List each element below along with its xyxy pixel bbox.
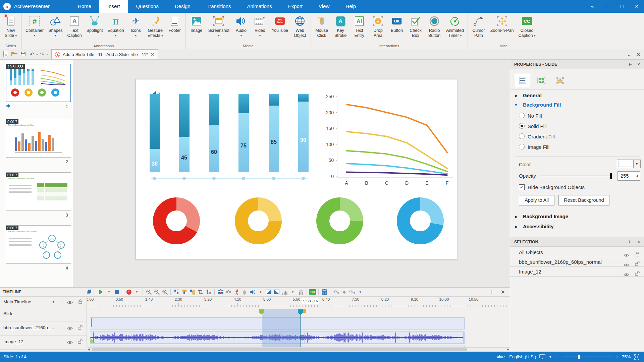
- timeline-close-icon[interactable]: ✕: [501, 289, 505, 295]
- image-button[interactable]: Image: [187, 13, 206, 43]
- timeline-record-icon[interactable]: !: [125, 289, 132, 295]
- scroll-right-icon[interactable]: ▶: [507, 348, 509, 351]
- zoom-slider-handle[interactable]: [578, 355, 580, 359]
- video-button[interactable]: Video▾: [251, 13, 269, 43]
- drop-area-button[interactable]: DropArea: [369, 13, 387, 43]
- tab-size-properties[interactable]: [534, 74, 549, 87]
- menu-help[interactable]: Help: [337, 0, 364, 13]
- timeline-caret-icon[interactable]: ▾: [257, 289, 264, 295]
- track-lock-icon[interactable]: [78, 325, 83, 331]
- text-entry-button[interactable]: AITextEntry: [350, 13, 369, 43]
- track-lock-icon[interactable]: [78, 339, 83, 345]
- youtube-button[interactable]: YouTubeYouTube: [269, 13, 290, 43]
- radio-no-fill[interactable]: [519, 113, 525, 118]
- new-slide-button[interactable]: ✺NewSlide ▾: [1, 13, 20, 43]
- equation-button[interactable]: πEquation▾: [105, 13, 126, 43]
- opacity-down-icon[interactable]: ▼: [636, 171, 639, 180]
- save-icon[interactable]: [19, 51, 28, 58]
- menu-insert[interactable]: Insert: [99, 0, 128, 13]
- maximize-button[interactable]: □: [614, 0, 629, 13]
- slide-editing-area[interactable]: 30 45 60 75 85 90 250200150100500ABCDEF: [136, 79, 457, 260]
- zoom-slider[interactable]: [562, 355, 612, 359]
- lock-icon[interactable]: [635, 250, 640, 257]
- visibility-eye-icon[interactable]: [624, 250, 629, 257]
- radio-solid-fill[interactable]: [519, 123, 525, 129]
- general-expand-icon[interactable]: ▶: [515, 94, 520, 98]
- undo-icon[interactable]: ↶: [28, 51, 36, 57]
- timeline-fade-out-icon[interactable]: [273, 289, 280, 295]
- timeline-selector[interactable]: Main Timeline: [3, 299, 31, 304]
- menu-animations[interactable]: Animations: [239, 0, 280, 13]
- slide-thumbnail-4[interactable]: 0:00.7Title and Content Layout with Smar…: [6, 225, 71, 264]
- lock-icon[interactable]: [635, 259, 640, 267]
- timeline-caret-icon[interactable]: ▾: [357, 289, 364, 295]
- section-background-image[interactable]: Background Image: [523, 214, 568, 219]
- timeline-caret-icon[interactable]: ▾: [133, 289, 141, 295]
- opacity-slider-handle[interactable]: [610, 173, 612, 179]
- selection-row[interactable]: Image_12: [510, 267, 644, 277]
- scrollbar-thumb[interactable]: [92, 348, 467, 351]
- timeline-eye-icon[interactable]: [67, 300, 73, 306]
- spotlight-button[interactable]: Spotlight: [84, 13, 105, 43]
- section-background-fill[interactable]: Background Fill: [523, 102, 561, 108]
- selection-row[interactable]: bbb_sunflower_2160p_60fps_normal: [510, 257, 644, 267]
- red-donut[interactable]: [153, 197, 200, 244]
- cursor-path-button[interactable]: CursorPath: [469, 13, 488, 43]
- timeline-normalize-icon[interactable]: [297, 289, 305, 295]
- fade-in-handle[interactable]: [90, 338, 96, 343]
- pin-icon[interactable]: ⊢: [628, 62, 633, 67]
- timeline-stop-icon[interactable]: [113, 289, 121, 295]
- bar-column[interactable]: [298, 94, 309, 172]
- timeline-del-time-icon[interactable]: [189, 289, 196, 295]
- timeline-horizontal-scrollbar[interactable]: ◀ ▶: [87, 347, 510, 352]
- menu-export[interactable]: Export: [280, 0, 311, 13]
- scroll-left-icon[interactable]: ◀: [88, 348, 90, 351]
- timeline-crop-time-icon[interactable]: [197, 289, 204, 295]
- opacity-input[interactable]: 255 ▲ ▼: [618, 171, 640, 181]
- tab-interactivity-properties[interactable]: [552, 74, 568, 87]
- hide-background-objects-checkbox[interactable]: ✓: [519, 184, 525, 190]
- minimize-button[interactable]: —: [600, 0, 614, 13]
- timeline-zoom-in-icon[interactable]: [161, 289, 168, 295]
- timeline-caret-icon[interactable]: ▾: [105, 289, 113, 295]
- timeline-ins-time2-icon[interactable]: [181, 289, 188, 295]
- collapse-ribbon-icon[interactable]: «: [585, 0, 600, 13]
- color-swatch[interactable]: [617, 160, 634, 168]
- open-icon[interactable]: [10, 51, 19, 57]
- slide-thumbnail-3[interactable]: 0:00.7Title and Content Layout with Tabl…: [6, 172, 71, 211]
- icons-button[interactable]: ✈Icons▾: [126, 13, 145, 43]
- bar-column[interactable]: [269, 94, 279, 172]
- track-label[interactable]: Image_12: [3, 339, 23, 344]
- timeline-caret-icon[interactable]: ▾: [289, 289, 297, 295]
- green-donut[interactable]: [316, 197, 363, 244]
- radio-button-button[interactable]: RadioButton: [425, 13, 444, 43]
- footer-button[interactable]: Footer: [165, 13, 184, 43]
- slide-thumbnail-1[interactable]: 10:34.533: [6, 64, 71, 102]
- new-document-icon[interactable]: [1, 51, 10, 58]
- track-eye-icon[interactable]: [67, 325, 73, 331]
- timeline-pin-icon[interactable]: ⊢: [491, 289, 495, 295]
- web-object-button[interactable]: WebObject: [290, 13, 309, 43]
- timeline-zoom-out-icon[interactable]: [153, 289, 160, 295]
- zoom-out-button[interactable]: −: [555, 354, 558, 360]
- tabbar-close-icon[interactable]: ✕: [636, 51, 641, 58]
- menu-home[interactable]: Home: [70, 0, 99, 13]
- background-fill-collapse-icon[interactable]: ▼: [514, 103, 520, 107]
- spellcheck-icon[interactable]: abc✓: [497, 355, 506, 359]
- accessibility-expand-icon[interactable]: ▶: [515, 225, 520, 229]
- text-caption-button[interactable]: ATextCaption: [65, 13, 84, 43]
- button-button[interactable]: OKButton: [387, 13, 406, 43]
- track-label[interactable]: Slide: [3, 311, 13, 316]
- bar-column[interactable]: [209, 94, 219, 172]
- screenshot-button[interactable]: Screenshot▾: [206, 13, 232, 43]
- blue-donut[interactable]: [397, 197, 444, 244]
- playhead-flag[interactable]: [303, 309, 306, 313]
- timeline-runman-icon[interactable]: [233, 289, 240, 295]
- section-general[interactable]: General: [523, 93, 542, 98]
- timeline-cc-icon[interactable]: CC: [309, 289, 316, 295]
- container-button[interactable]: #Container▾: [23, 13, 46, 43]
- track-eye-icon[interactable]: [67, 340, 73, 346]
- properties-close-icon[interactable]: ✕: [636, 62, 641, 67]
- timeline-selector-dropdown-icon[interactable]: ▼: [52, 300, 55, 303]
- check-box-button[interactable]: CheckBox: [406, 13, 425, 43]
